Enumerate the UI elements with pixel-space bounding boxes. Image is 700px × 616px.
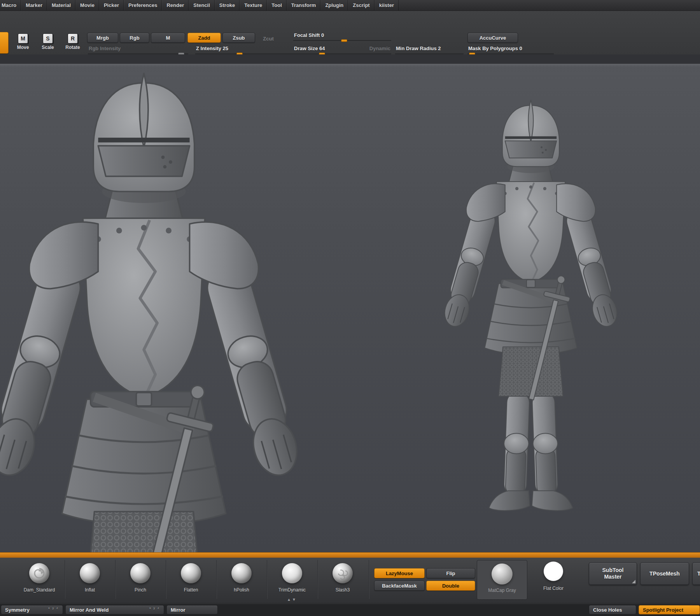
viewport[interactable] bbox=[0, 64, 700, 552]
tray-divider bbox=[115, 560, 116, 599]
pinch-brush-icon bbox=[130, 563, 150, 583]
rotate-mode[interactable]: R Rotate bbox=[61, 33, 84, 50]
matcap-label: MatCap Gray bbox=[488, 588, 516, 593]
m-button[interactable]: M bbox=[151, 33, 185, 43]
brush-hpolish[interactable]: hPolish bbox=[216, 561, 267, 598]
knight-model-full-body[interactable] bbox=[441, 100, 621, 511]
zadd-button[interactable]: Zadd bbox=[187, 33, 221, 43]
hpolish-brush-icon bbox=[231, 563, 252, 583]
fold-corner-icon bbox=[632, 580, 635, 583]
tray-scroll-arrows[interactable]: ▲▼ bbox=[287, 597, 297, 602]
rotate-label: Rotate bbox=[61, 45, 84, 50]
flat-color-swatch[interactable] bbox=[544, 562, 563, 581]
brush-trimdynamic[interactable]: TrimDynamic bbox=[267, 561, 317, 598]
draw-size-slider[interactable]: Draw Size 64 Dynamic bbox=[293, 45, 391, 55]
menu-item-render[interactable]: Render bbox=[162, 0, 189, 10]
slider-handle[interactable] bbox=[341, 39, 347, 42]
canvas-tray-divider bbox=[0, 552, 700, 558]
tposemesh-button[interactable]: TPoseMesh bbox=[640, 562, 689, 585]
mirror-and-weld-button[interactable]: Mirror And Weld x y z bbox=[65, 605, 164, 614]
matcap-thumbnail[interactable]: MatCap Gray bbox=[477, 560, 527, 600]
subtool-master-button[interactable]: SubTool Master bbox=[589, 562, 637, 585]
viewport-render bbox=[0, 64, 700, 552]
menu-item-material[interactable]: Material bbox=[47, 0, 75, 10]
symmetry-label: Symmetry bbox=[5, 607, 30, 613]
spotlight-project-label: Spotlight Project bbox=[643, 607, 683, 613]
brush-dam-standard[interactable]: Dam_Standard bbox=[14, 561, 65, 598]
zsub-button[interactable]: Zsub bbox=[222, 33, 255, 43]
z-intensity-label: Z Intensity 25 bbox=[196, 46, 228, 51]
menu-item-zscript[interactable]: Zscript bbox=[348, 0, 374, 10]
symmetry-button[interactable]: Symmetry x y z bbox=[1, 605, 63, 614]
matcap-sphere-icon bbox=[492, 564, 513, 584]
mrgb-button[interactable]: Mrgb bbox=[87, 33, 118, 43]
flatten-brush-icon bbox=[181, 563, 201, 583]
scale-mode[interactable]: S Scale bbox=[37, 33, 59, 50]
menu-bar: Macro Marker Material Movie Picker Prefe… bbox=[0, 0, 700, 11]
menu-item-texture[interactable]: Texture bbox=[240, 0, 267, 10]
menu-item-picker[interactable]: Picker bbox=[99, 0, 124, 10]
close-holes-button[interactable]: Close Holes bbox=[589, 605, 636, 614]
menu-item-stencil[interactable]: Stencil bbox=[189, 0, 215, 10]
brush-label: Pinch bbox=[135, 587, 146, 593]
flip-button[interactable]: Flip bbox=[426, 568, 475, 578]
accucurve-button[interactable]: AccuCurve bbox=[467, 33, 518, 43]
rgb-button[interactable]: Rgb bbox=[120, 33, 149, 43]
menu-item-marker[interactable]: Marker bbox=[21, 0, 47, 10]
draw-mode-button[interactable] bbox=[0, 32, 9, 54]
min-draw-radius-label: Min Draw Radius 2 bbox=[396, 46, 441, 51]
focal-shift-label: Focal Shift 0 bbox=[294, 32, 324, 38]
brush-slash3[interactable]: Slash3 bbox=[317, 561, 368, 598]
close-holes-label: Close Holes bbox=[593, 607, 622, 613]
menu-item-macro[interactable]: Macro bbox=[0, 0, 21, 10]
menu-item-preferences[interactable]: Preferences bbox=[124, 0, 162, 10]
focal-shift-slider[interactable]: Focal Shift 0 bbox=[293, 32, 391, 42]
mirror-and-weld-axis-marks: x y z bbox=[149, 606, 160, 610]
brush-label: Dam_Standard bbox=[24, 587, 55, 593]
move-mode[interactable]: M Move bbox=[12, 33, 34, 50]
rgb-intensity-label: Rgb Intensity bbox=[89, 46, 121, 51]
toolbar-canvas-gap bbox=[0, 54, 700, 64]
brush-pinch[interactable]: Pinch bbox=[115, 561, 166, 598]
menu-item-transform[interactable]: Transform bbox=[287, 0, 321, 10]
lazymouse-button[interactable]: LazyMouse bbox=[374, 568, 425, 578]
menu-item-tool[interactable]: Tool bbox=[267, 0, 286, 10]
top-toolbar: M Move S Scale R Rotate Mrgb Rgb M Zadd … bbox=[0, 11, 700, 55]
symmetry-axis-marks: x y z bbox=[48, 606, 59, 610]
scale-icon: S bbox=[43, 33, 53, 44]
brush-inflat[interactable]: Inflat bbox=[65, 561, 115, 598]
mirror-button[interactable]: Mirror bbox=[166, 605, 218, 614]
inflat-brush-icon bbox=[80, 563, 100, 583]
mask-by-polygroups-slider[interactable]: Mask By Polygroups 0 bbox=[467, 45, 554, 55]
double-button[interactable]: Double bbox=[426, 581, 475, 591]
move-icon: M bbox=[18, 33, 28, 44]
backfacemask-button[interactable]: BackfaceMask bbox=[374, 581, 425, 591]
z-intensity-slider[interactable]: Z Intensity 25 bbox=[195, 45, 293, 55]
menu-item-movie[interactable]: Movie bbox=[75, 0, 99, 10]
menu-item-kiister[interactable]: kiister bbox=[374, 0, 399, 10]
truncated-plugin-button[interactable]: TP bbox=[692, 562, 700, 585]
spotlight-project-button[interactable]: Spotlight Project bbox=[639, 605, 700, 614]
tray-divider bbox=[267, 560, 268, 599]
zcut-button[interactable]: Zcut bbox=[257, 33, 279, 44]
knight-model-closeup[interactable] bbox=[0, 74, 304, 552]
rotate-icon: R bbox=[68, 33, 78, 44]
brush-label: Inflat bbox=[85, 587, 95, 593]
dam-standard-brush-icon bbox=[29, 563, 49, 583]
tray-divider bbox=[166, 560, 166, 599]
brush-label: Slash3 bbox=[336, 587, 350, 593]
mirror-and-weld-label: Mirror And Weld bbox=[70, 607, 108, 613]
menu-item-zplugin[interactable]: Zplugin bbox=[320, 0, 348, 10]
brush-label: hPolish bbox=[234, 587, 249, 593]
min-draw-radius-slider[interactable]: Min Draw Radius 2 bbox=[395, 45, 464, 55]
flat-color-label: Flat Color bbox=[526, 586, 581, 591]
brush-flatten[interactable]: Flatten bbox=[166, 561, 216, 598]
move-label: Move bbox=[12, 45, 34, 50]
mirror-label: Mirror bbox=[171, 607, 186, 613]
subtool-master-label: SubTool Master bbox=[595, 567, 630, 580]
tray-divider bbox=[369, 560, 369, 599]
menu-item-stroke[interactable]: Stroke bbox=[215, 0, 240, 10]
slash3-brush-icon bbox=[332, 563, 353, 583]
mask-by-polygroups-label: Mask By Polygroups 0 bbox=[468, 46, 522, 51]
rgb-intensity-slider[interactable]: Rgb Intensity bbox=[88, 45, 188, 55]
